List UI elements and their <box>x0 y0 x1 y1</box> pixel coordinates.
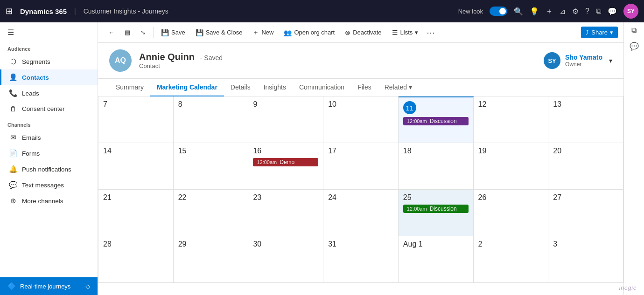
calendar-cell[interactable]: 9 <box>248 96 323 143</box>
owner-name[interactable]: Sho Yamato <box>565 54 602 61</box>
open-new-window-button[interactable]: ⤡ <box>136 27 150 38</box>
lists-button[interactable]: ☰ Lists ▾ <box>387 27 423 39</box>
sidebar-item-text-messages[interactable]: 💬 Text messages <box>0 177 98 193</box>
back-button[interactable]: ← <box>104 27 119 38</box>
calendar-day-number: 19 <box>478 147 544 155</box>
search-icon[interactable]: 🔍 <box>514 7 523 16</box>
calendar-cell[interactable]: 26 <box>474 190 549 236</box>
calendar-cell[interactable]: 2512:00amDiscussion <box>399 190 474 236</box>
sidebar-item-segments-label: Segments <box>22 58 50 65</box>
org-chart-button[interactable]: 👥 Open org chart <box>279 27 339 39</box>
sidebar-hamburger[interactable]: ☰ <box>0 24 98 41</box>
sidebar-item-more-channels[interactable]: ⊕ More channels <box>0 193 98 209</box>
tab-marketing-calendar[interactable]: Marketing Calendar <box>150 79 224 96</box>
calendar-cell[interactable]: 1612:00amDemo <box>248 143 323 190</box>
copilot-icon[interactable]: ⧉ <box>596 7 601 15</box>
settings-icon[interactable]: ⚙ <box>572 7 579 16</box>
calendar-day-number: 11 <box>403 101 416 114</box>
sidebar-bottom-journeys[interactable]: 🔷 Real-time journeys ◇ <box>0 277 98 295</box>
app-module: Customer Insights - Journeys <box>84 7 168 15</box>
calendar-day-number: 22 <box>178 193 244 202</box>
more-options-icon[interactable]: ⋯ <box>424 26 438 40</box>
share-button[interactable]: ⤴ Share ▾ <box>581 27 618 38</box>
calendar-cell[interactable]: 17 <box>323 143 399 190</box>
calendar-day-number: 31 <box>328 240 393 248</box>
waffle-icon[interactable]: ⊞ <box>6 6 13 16</box>
user-avatar[interactable]: SY <box>623 4 638 19</box>
tab-summary[interactable]: Summary <box>109 79 150 96</box>
consent-icon: 🗒 <box>9 105 17 113</box>
calendar-cell[interactable]: 30 <box>248 236 323 283</box>
org-chart-label: Open org chart <box>294 29 335 36</box>
filter-icon[interactable]: ⊿ <box>560 7 566 16</box>
sidebar-item-more-label: More channels <box>22 198 63 205</box>
calendar-cell[interactable]: 28 <box>98 236 174 283</box>
calendar-day-number: 26 <box>478 193 544 202</box>
owner-label: Owner <box>565 61 602 68</box>
tab-files[interactable]: Files <box>351 79 378 96</box>
calendar-cell[interactable]: 1112:00amDiscussion <box>399 96 474 143</box>
help-icon[interactable]: ? <box>585 7 589 15</box>
list-view-button[interactable]: ▤ <box>120 27 135 38</box>
calendar-cell[interactable]: 20 <box>548 143 623 190</box>
calendar-event[interactable]: 12:00amDemo <box>253 158 318 166</box>
sidebar-item-segments[interactable]: ⬡ Segments <box>0 54 98 69</box>
tab-related[interactable]: Related ▾ <box>378 79 419 96</box>
sidebar-item-forms[interactable]: 📄 Forms <box>0 145 98 161</box>
calendar-cell[interactable]: Aug 1 <box>399 236 474 283</box>
calendar-day-number: 3 <box>553 240 618 248</box>
save-close-button[interactable]: 💾 Save & Close <box>191 27 247 39</box>
calendar-cell[interactable]: 2 <box>474 236 549 283</box>
sidebar-item-emails[interactable]: ✉ Emails <box>0 130 98 145</box>
sidebar-audience-label: Audience <box>0 41 98 54</box>
chat-icon[interactable]: 💬 <box>608 7 617 16</box>
sidebar-item-leads-label: Leads <box>22 90 39 97</box>
calendar-cell[interactable]: 3 <box>548 236 623 283</box>
top-navigation: ⊞ Dynamics 365 | Customer Insights - Jou… <box>0 0 644 22</box>
new-button[interactable]: ＋ New <box>248 26 278 39</box>
calendar-cell[interactable]: 29 <box>174 236 249 283</box>
sidebar: ☰ Audience ⬡ Segments 👤 Contacts 📞 Leads… <box>0 0 98 295</box>
lightbulb-icon[interactable]: 💡 <box>530 7 539 16</box>
calendar-cell[interactable]: 12 <box>474 96 549 143</box>
calendar-cell[interactable]: 24 <box>323 190 399 236</box>
owner-chevron-icon[interactable]: ▾ <box>609 57 612 64</box>
tab-insights[interactable]: Insights <box>257 79 293 96</box>
calendar-event[interactable]: 12:00amDiscussion <box>403 205 469 213</box>
deactivate-button[interactable]: ⊗ Deactivate <box>340 27 386 39</box>
calendar-cell[interactable]: 22 <box>174 190 249 236</box>
save-button[interactable]: 💾 Save <box>156 27 190 39</box>
right-panel-chat-icon[interactable]: 💬 <box>630 42 639 51</box>
new-look-toggle[interactable] <box>490 7 507 16</box>
sidebar-item-leads[interactable]: 📞 Leads <box>0 85 98 101</box>
emails-icon: ✉ <box>9 133 17 142</box>
record-saved-status: - Saved <box>200 54 223 62</box>
calendar-cell[interactable]: 18 <box>399 143 474 190</box>
calendar-cell[interactable]: 27 <box>548 190 623 236</box>
calendar-cell[interactable]: 31 <box>323 236 399 283</box>
sidebar-item-push-notifications[interactable]: 🔔 Push notifications <box>0 161 98 177</box>
calendar-cell[interactable]: 15 <box>174 143 249 190</box>
plus-icon[interactable]: ＋ <box>546 7 553 16</box>
calendar-cell[interactable]: 7 <box>98 96 174 143</box>
right-panel-expand-icon[interactable]: ⧉ <box>631 26 637 34</box>
sidebar-item-contacts[interactable]: 👤 Contacts <box>0 69 98 85</box>
calendar-cell[interactable]: 8 <box>174 96 249 143</box>
calendar-event[interactable]: 12:00amDiscussion <box>403 117 469 125</box>
segments-icon: ⬡ <box>9 57 17 66</box>
calendar-cell[interactable]: 23 <box>248 190 323 236</box>
calendar-cell[interactable]: 13 <box>548 96 623 143</box>
calendar-cell[interactable]: 14 <box>98 143 174 190</box>
calendar-day-number: 27 <box>553 193 618 202</box>
event-name: Demo <box>280 159 294 165</box>
tab-details[interactable]: Details <box>224 79 257 96</box>
calendar-cell[interactable]: 21 <box>98 190 174 236</box>
tab-communication[interactable]: Communication <box>293 79 351 96</box>
toolbar-separator-1 <box>153 27 154 38</box>
calendar-cell[interactable]: 19 <box>474 143 549 190</box>
app-title: Dynamics 365 <box>20 7 67 15</box>
calendar-cell[interactable]: 10 <box>323 96 399 143</box>
calendar-day-number: 13 <box>553 100 618 109</box>
event-time: 12:00am <box>257 159 277 165</box>
sidebar-item-consent-center[interactable]: 🗒 Consent center <box>0 101 98 117</box>
